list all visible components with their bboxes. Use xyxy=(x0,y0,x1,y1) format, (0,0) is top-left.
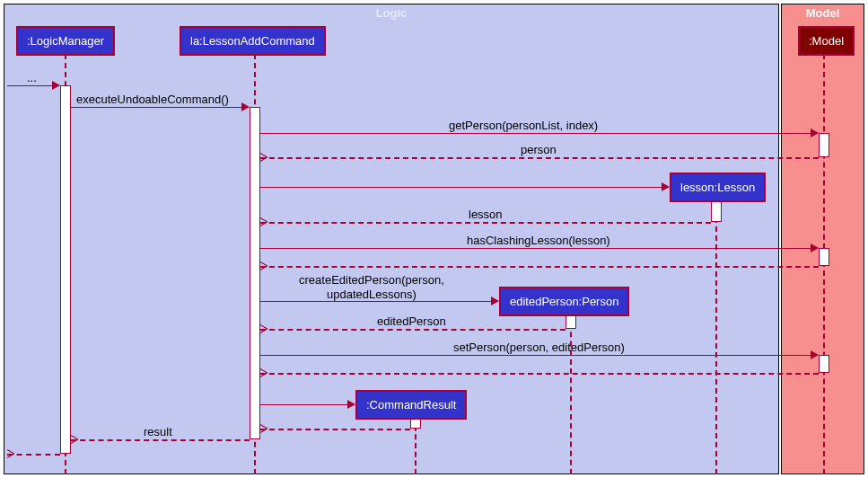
label-personreturn: person xyxy=(521,143,557,156)
participant-editedperson: editedPerson:Person xyxy=(499,287,629,316)
arrowhead-cmdresult-create xyxy=(347,400,355,409)
arrow-editedreturn xyxy=(260,329,566,331)
arrow-setperson-return xyxy=(260,373,819,375)
arrow-getperson xyxy=(260,133,818,134)
participant-model: :Model xyxy=(798,26,855,56)
arrowhead-lesson-create xyxy=(662,182,670,191)
arrowhead-hasclashing-return xyxy=(260,261,268,270)
arrowhead-cmdresult-return xyxy=(260,424,268,433)
arrow-hasclashing xyxy=(260,248,818,249)
arrow-result xyxy=(71,439,250,441)
arrow-cmdresult-return xyxy=(260,429,410,430)
arrow-lesson-create xyxy=(260,187,669,188)
arrow-setperson xyxy=(260,355,818,356)
activation-model-3 xyxy=(819,355,829,373)
arrowhead-outgoing xyxy=(7,449,15,458)
frame-model-label: Model xyxy=(806,4,840,22)
arrow-lessonreturn xyxy=(260,222,711,224)
arrow-personreturn xyxy=(260,157,819,159)
activation-model-1 xyxy=(819,133,829,157)
lifeline-lesson xyxy=(715,199,717,474)
arrowhead-setperson xyxy=(811,350,819,359)
label-editedreturn: editedPerson xyxy=(377,314,446,328)
lifeline-editedperson xyxy=(570,314,572,474)
label-getperson: getPerson(personList, index) xyxy=(449,119,598,132)
arrowhead-getperson xyxy=(811,128,819,137)
label-incoming: ... xyxy=(27,71,37,84)
participant-logicmanager: :LogicManager xyxy=(16,26,115,56)
activation-lesson xyxy=(711,199,722,222)
arrow-cmdresult-create xyxy=(260,404,355,405)
activation-model-2 xyxy=(819,248,829,266)
label-createedited: createEditedPerson(person,updatedLessons… xyxy=(299,273,444,301)
label-setperson: setPerson(person, editedPerson) xyxy=(453,341,625,354)
arrowhead-lessonreturn xyxy=(260,217,268,226)
arrowhead-execute xyxy=(241,102,250,111)
label-result: result xyxy=(144,425,172,438)
arrowhead-createedited xyxy=(491,297,499,305)
activation-lessonaddcommand xyxy=(250,107,260,439)
arrowhead-hasclashing xyxy=(811,243,819,252)
participant-commandresult: :CommandResult xyxy=(355,390,467,420)
activation-logicmanager xyxy=(60,85,71,454)
participant-lessonaddcommand: la:LessonAddCommand xyxy=(180,26,326,56)
arrowhead-setperson-return xyxy=(260,368,268,377)
label-hasclashing: hasClashingLesson(lesson) xyxy=(467,234,610,247)
label-lessonreturn: lesson xyxy=(469,208,503,221)
arrowhead-editedreturn xyxy=(260,324,268,333)
label-execute: executeUndoableCommand() xyxy=(76,93,229,106)
arrowhead-incoming xyxy=(52,81,60,90)
arrowhead-result xyxy=(71,435,79,444)
arrow-execute xyxy=(71,107,249,108)
arrow-hasclashing-return xyxy=(260,266,819,268)
participant-lesson: lesson:Lesson xyxy=(670,173,766,202)
frame-logic-label: Logic xyxy=(376,4,408,22)
arrowhead-personreturn xyxy=(260,153,268,162)
